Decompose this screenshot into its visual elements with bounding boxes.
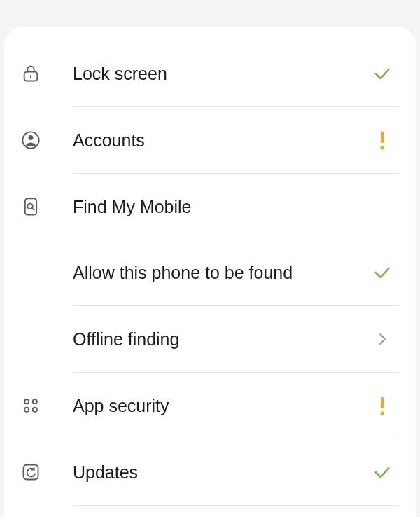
account-icon <box>21 130 73 150</box>
row-updates[interactable]: Updates <box>4 439 416 505</box>
row-label: Lock screen <box>73 64 368 84</box>
svg-point-10 <box>24 399 29 404</box>
row-app-security[interactable]: App security <box>4 373 416 439</box>
svg-rect-7 <box>25 198 36 214</box>
svg-rect-14 <box>381 397 384 408</box>
warning-icon <box>368 395 396 416</box>
check-icon <box>368 462 396 482</box>
svg-rect-5 <box>381 131 384 143</box>
svg-line-9 <box>32 208 34 210</box>
find-mobile-icon <box>21 197 73 216</box>
row-label: Find My Mobile <box>73 197 368 217</box>
row-accounts[interactable]: Accounts <box>4 107 416 173</box>
svg-point-15 <box>380 411 384 415</box>
apps-icon <box>21 396 73 415</box>
check-icon <box>368 64 396 83</box>
row-label: Allow this phone to be found <box>73 263 368 283</box>
row-label: App security <box>73 396 368 416</box>
chevron-right-icon <box>368 331 396 347</box>
row-allow-found[interactable]: Allow this phone to be found <box>4 240 416 305</box>
row-offline-finding[interactable]: Offline finding <box>4 306 416 372</box>
lock-icon <box>21 64 73 83</box>
row-lock-screen[interactable]: Lock screen <box>4 41 416 106</box>
svg-point-11 <box>33 399 37 404</box>
svg-point-12 <box>24 408 29 412</box>
settings-card: Lock screen Accounts <box>4 27 416 517</box>
row-label: Accounts <box>73 130 368 151</box>
row-label: Offline finding <box>73 329 368 350</box>
warning-icon <box>368 130 396 151</box>
updates-icon <box>21 462 73 482</box>
svg-point-13 <box>33 408 37 412</box>
check-icon <box>368 263 396 282</box>
svg-point-6 <box>380 146 384 149</box>
row-label: Updates <box>73 462 368 483</box>
row-find-my-mobile[interactable]: Find My Mobile <box>4 174 416 240</box>
svg-point-4 <box>29 135 34 140</box>
divider <box>73 505 399 506</box>
